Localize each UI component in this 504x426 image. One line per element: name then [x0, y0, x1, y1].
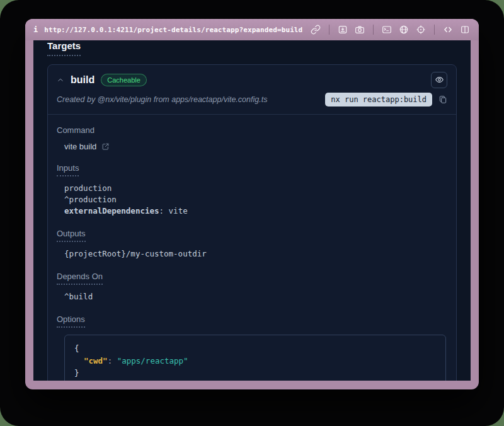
- options-json-block: { "cwd": "apps/reactapp" }: [64, 335, 446, 381]
- command-value-row: vite build: [64, 142, 447, 151]
- outputs-section-label: Outputs: [57, 229, 447, 242]
- input-item: externalDependencies: vite: [64, 205, 447, 217]
- browser-titlebar: i http://127.0.0.1:4211/project-details/…: [25, 19, 479, 40]
- view-target-graph-button[interactable]: [431, 72, 447, 88]
- copy-icon[interactable]: [438, 95, 447, 104]
- output-item: {projectRoot}/my-custom-outdir: [64, 248, 447, 260]
- inputs-section-label: Inputs: [57, 163, 447, 176]
- command-value: vite build: [64, 142, 96, 151]
- json-line: {: [74, 342, 436, 354]
- split-panel-icon[interactable]: [459, 24, 471, 35]
- target-card-build: build Cacheable Created by @nx/vite/plug…: [47, 64, 457, 381]
- address-bar[interactable]: http://127.0.0.1:4211/project-details/re…: [44, 26, 302, 34]
- toolbar-divider: [434, 25, 435, 35]
- toolbar-divider: [373, 25, 374, 35]
- project-details-page: Targets build Cacheable Created by @nx/v…: [33, 40, 471, 381]
- depends-on-list: ^build: [64, 291, 447, 302]
- json-line: }: [74, 367, 436, 379]
- globe-icon[interactable]: [398, 24, 410, 35]
- external-link-icon[interactable]: [101, 142, 110, 151]
- link-icon[interactable]: [310, 24, 321, 35]
- inputs-list: production ^production externalDependenc…: [64, 183, 447, 217]
- run-command-chip: nx run reactapp:build: [325, 93, 432, 106]
- options-section-label: Options: [57, 314, 447, 328]
- json-line: "cwd": "apps/reactapp": [74, 355, 436, 367]
- browser-window: i http://127.0.0.1:4211/project-details/…: [25, 19, 479, 389]
- outputs-list: {projectRoot}/my-custom-outdir: [64, 248, 447, 260]
- targets-heading: Targets: [47, 40, 81, 56]
- browser-toolbar: [310, 24, 471, 35]
- crosshair-icon[interactable]: [415, 24, 427, 35]
- depends-on-item: ^build: [64, 291, 447, 302]
- input-item: production: [64, 183, 447, 194]
- page-viewport: Targets build Cacheable Created by @nx/v…: [33, 40, 471, 381]
- chevron-up-icon: [57, 76, 64, 84]
- command-section-label: Command: [57, 125, 447, 135]
- save-frame-icon[interactable]: [337, 24, 348, 35]
- depends-on-section-label: Depends On: [57, 272, 447, 285]
- info-icon: i: [33, 25, 38, 34]
- target-name-build: build: [71, 74, 94, 86]
- terminal-icon[interactable]: [381, 24, 392, 35]
- eye-icon: [435, 75, 444, 84]
- code-icon[interactable]: [442, 24, 454, 35]
- input-item: ^production: [64, 194, 447, 205]
- created-by-text: Created by @nx/vite/plugin from apps/rea…: [57, 95, 267, 104]
- camera-icon[interactable]: [354, 24, 365, 35]
- build-card-header[interactable]: build Cacheable: [48, 65, 456, 91]
- cacheable-badge: Cacheable: [101, 74, 147, 86]
- build-meta-row: Created by @nx/vite/plugin from apps/rea…: [48, 91, 456, 114]
- toolbar-divider: [329, 25, 329, 35]
- build-card-body: Command vite build Inputs production ^pr…: [48, 115, 456, 381]
